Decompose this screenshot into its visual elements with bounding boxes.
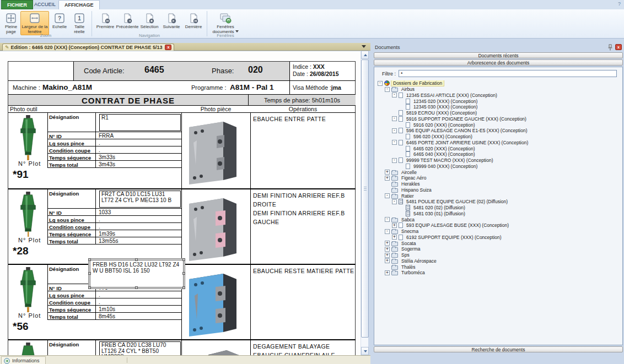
tab-accueil[interactable]: ACCUEIL (29, 0, 61, 9)
derniere-button[interactable]: Dernière (183, 11, 204, 31)
precedente-button[interactable]: Précédente (117, 11, 138, 31)
navigation-group-label: Navigation (92, 33, 207, 38)
tree-expander-icon[interactable]: - (392, 128, 397, 133)
help-icon[interactable]: ? (618, 1, 621, 7)
tree-item[interactable]: + Socata (376, 240, 620, 246)
document-tab-close-button[interactable]: x (165, 45, 171, 50)
tree-expander-icon[interactable]: + (385, 247, 390, 252)
tree-item[interactable]: 6465 020 (XXX) (Conception) (376, 145, 620, 151)
informations-tab[interactable]: Informations (1, 356, 46, 364)
tree-item[interactable]: - 596 EQUIP ALESAGE CANON E1-E5 (XXX) (C… (376, 128, 620, 134)
tree-expander-icon[interactable]: + (392, 223, 397, 228)
tree-item[interactable]: - 5481 POULIE EQUIPE GAUCHE (02) (Diffus… (376, 199, 620, 205)
tree-item[interactable]: + Figeac Aéro (376, 175, 620, 181)
tree-item[interactable]: 6465 040 (XXX) (Conception) (376, 151, 620, 157)
documents-recents-bar[interactable]: Documents récents (374, 52, 623, 58)
selection-handle[interactable] (135, 286, 138, 289)
selection-handle[interactable] (182, 286, 185, 289)
tree-item-icon (391, 194, 398, 199)
tree-expander-icon[interactable]: - (392, 199, 397, 204)
echelle-button[interactable]: ? Echelle (50, 11, 69, 31)
tree-item[interactable]: 5916 020 (XXX) (Conception) (376, 122, 620, 128)
tree-item[interactable]: + Stélia Aérospace (376, 258, 620, 264)
tree-expander-icon[interactable]: - (392, 158, 397, 163)
tree-expander-icon[interactable]: + (385, 176, 390, 181)
recherche-documents-bar[interactable]: Recherche de documents (374, 346, 623, 352)
scrollbar-thumb[interactable] (361, 59, 369, 338)
tab-affichage[interactable]: AFFICHAGE (58, 0, 100, 9)
scroll-down-button[interactable] (361, 347, 369, 355)
tree-item[interactable]: + 593 EQUIP ALESAGE BUSE (XXX) (Concepti… (376, 222, 620, 229)
arborescence-bar[interactable]: Arborescence des documents (374, 59, 623, 66)
scroll-up-button[interactable] (361, 51, 369, 59)
tree-item[interactable]: - Dossiers de Fabrication (376, 80, 620, 86)
largeur-fenetre-button[interactable]: Largeur de la fenêtre (20, 11, 49, 35)
tree-item[interactable]: Thalès (376, 264, 620, 270)
tree-item[interactable]: - 5916 SUPPORT POIGNEE GAUCHE (XXX) (Con… (376, 116, 620, 122)
selected-designation-box[interactable]: FREB HS D16 LC32 LU32 LT92 Z4 W U BBT50 … (90, 260, 184, 287)
fenetres-documents-button[interactable]: Fenêtres documents (210, 11, 241, 35)
tree-item[interactable]: + Turboméca (376, 270, 620, 276)
documents-panel-title: Documents x (373, 43, 624, 51)
tree-item[interactable]: 99999 040 (XXX) (Conception) (376, 164, 620, 170)
tree-expander-icon[interactable]: - (385, 193, 390, 198)
tree-item[interactable]: 596 020 (XXX) (Conception) (376, 134, 620, 140)
tree-item[interactable]: Hispano Suiza (376, 187, 620, 193)
tree-item[interactable]: 5481 030 (01) (Diffusion) (376, 211, 620, 217)
document-scrollbar[interactable] (361, 51, 368, 355)
tree-item[interactable]: - Sabca (376, 216, 620, 222)
tree-item[interactable]: - 99999 TEST MACRO (XXX) (Conception) (376, 157, 620, 164)
tree-expander-icon[interactable]: + (392, 235, 397, 240)
date-value: 26/08/2015 (310, 70, 339, 77)
tree-expander-icon[interactable]: - (385, 87, 390, 92)
tree-item[interactable]: + Aircelle (376, 169, 620, 175)
tree-item[interactable]: Herakles (376, 181, 620, 187)
tree-expander-icon[interactable]: + (385, 170, 390, 175)
tree-expander-icon[interactable]: - (385, 229, 390, 234)
suivante-button[interactable]: Suivante (161, 11, 182, 31)
pleine-page-button[interactable]: Pleine page (3, 11, 19, 35)
pin-icon[interactable] (607, 44, 613, 51)
filter-input[interactable] (399, 70, 617, 77)
tree-item[interactable]: + 6192 SUPPORT EQUIPE (XXX) (Conception) (376, 235, 620, 241)
tree-item[interactable]: + Sogerma (376, 246, 620, 252)
tree-item[interactable]: 5481 020 (02) (Diffusion) (376, 205, 620, 211)
document-tab[interactable]: ✎ Edition : 6465 020 (XXX) (Conception) … (2, 44, 174, 51)
taille-reelle-button[interactable]: 1 Taille réelle (70, 11, 89, 35)
tree-item[interactable]: + Sps (376, 252, 620, 258)
tree-item[interactable]: 12345 020 (XXX) (Conception) (376, 98, 620, 104)
tree-item[interactable]: - Airbus (376, 86, 620, 93)
selection-handle[interactable] (88, 286, 91, 289)
panel-close-button[interactable]: x (615, 44, 622, 50)
selection-handle[interactable] (182, 258, 185, 261)
tree-expander-icon[interactable]: - (392, 93, 397, 97)
tree-expander-icon[interactable]: + (385, 241, 390, 246)
selection-handle[interactable] (135, 258, 138, 261)
tree-expander-icon[interactable]: - (392, 116, 397, 121)
tab-list-dropdown-icon[interactable] (362, 45, 366, 48)
selection-handle[interactable] (88, 272, 91, 275)
tree-item[interactable]: - 6465 PORTE JOINT ARRIERE USINE (XXX) (… (376, 140, 620, 146)
tree-expander-icon[interactable]: + (385, 258, 390, 263)
tree-expander-icon[interactable]: + (385, 253, 390, 258)
tree-item-icon (391, 253, 398, 258)
tree-item-icon (406, 104, 410, 110)
tree-expander-icon[interactable]: - (385, 217, 390, 222)
tree-expander-icon[interactable]: - (392, 140, 397, 145)
tree-expander-icon[interactable]: - (378, 81, 383, 86)
tree-expander-icon[interactable]: + (385, 270, 390, 275)
tree-item-icon (406, 205, 410, 210)
tool-holder-image (16, 267, 40, 312)
tree-item[interactable]: - Snecma (376, 229, 620, 235)
tree-item-label: Hispano Suiza (400, 187, 433, 193)
filter-row: Filtre : (374, 70, 622, 78)
document-viewport[interactable]: Code Article: 6465 Phase: 020 Indice : X… (0, 51, 361, 355)
tree-item[interactable]: 12345 030 (XXX) (Conception) (376, 104, 620, 110)
selection-handle[interactable] (88, 258, 91, 261)
tree-item[interactable]: - 12345 ESSAI ARTICLE (XXX) (Conception) (376, 93, 620, 99)
selection-button[interactable]: Sélection (139, 11, 160, 31)
tree-item[interactable]: 5819 ECROU (XXX) (Conception) (376, 110, 620, 116)
tree-item[interactable]: - Ratier (376, 193, 620, 199)
premiere-button[interactable]: Première (95, 11, 116, 31)
selection-handle[interactable] (182, 272, 185, 275)
